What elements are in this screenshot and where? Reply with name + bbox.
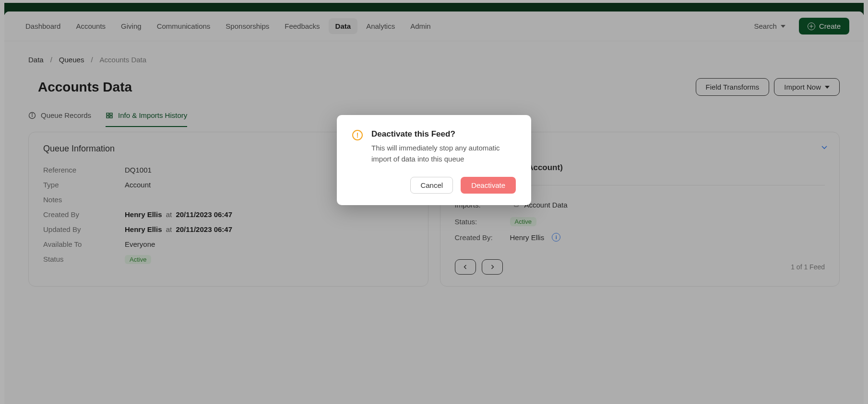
modal-title: Deactivate this Feed? — [371, 129, 516, 139]
deactivate-modal: ! Deactivate this Feed? This will immedi… — [337, 115, 531, 205]
modal-overlay[interactable]: ! Deactivate this Feed? This will immedi… — [0, 0, 868, 404]
warning-icon: ! — [352, 130, 363, 140]
modal-body: This will immediately stop any automatic… — [371, 143, 516, 164]
app-viewport: { "nav": { "items": ["Dashboard", "Accou… — [0, 0, 868, 404]
cancel-button[interactable]: Cancel — [410, 177, 453, 194]
deactivate-button[interactable]: Deactivate — [461, 177, 516, 194]
